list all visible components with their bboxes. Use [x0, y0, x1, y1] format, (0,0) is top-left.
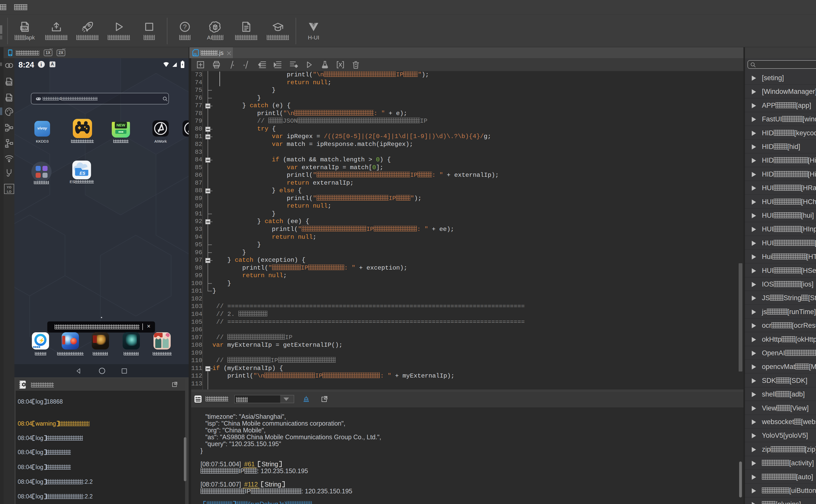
svg-text:APK: APK [21, 27, 27, 30]
svg-text:*: * [232, 64, 235, 69]
svg-text:APK: APK [7, 82, 11, 84]
svg-text:?: ? [183, 23, 187, 31]
svg-text:HID: HID [5, 146, 9, 148]
svg-text:*: * [243, 64, 245, 69]
svg-text:XML: XML [6, 98, 11, 100]
svg-text:JS: JS [193, 53, 197, 56]
svg-text:ES: ES [80, 171, 86, 176]
